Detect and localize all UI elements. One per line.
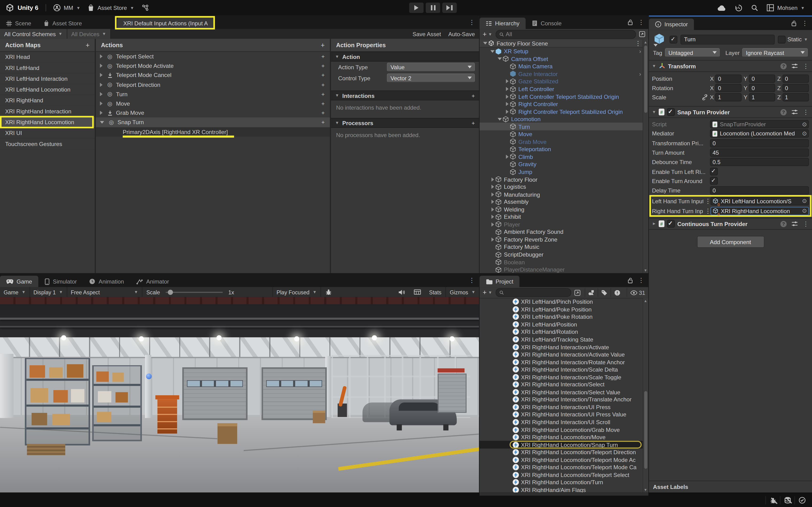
component-menu-icon[interactable]: ⋮: [803, 62, 809, 70]
maximize-search-icon[interactable]: [574, 289, 580, 295]
component-menu-icon[interactable]: ⋮: [803, 220, 809, 228]
property-checkbox[interactable]: [710, 168, 718, 175]
panel-menu-icon[interactable]: ⋮: [638, 18, 644, 26]
y-field[interactable]: 0: [749, 84, 775, 92]
tab-simulator[interactable]: Simulator: [38, 276, 83, 287]
debugger-disabled-icon[interactable]: [765, 496, 780, 504]
expand-arrow-icon[interactable]: [490, 50, 495, 53]
hierarchy-item[interactable]: Left Controller › ⋮: [479, 85, 649, 93]
add-binding-button[interactable]: +: [321, 63, 325, 69]
display-dropdown[interactable]: Display 1▼: [30, 287, 67, 297]
tab-project[interactable]: Project: [479, 276, 519, 287]
hierarchy-item[interactable]: Right Controller Teleport Stabilized Ori…: [479, 108, 649, 115]
hierarchy-item[interactable]: ScriptDebugger › ⋮: [479, 251, 649, 258]
hierarchy-item[interactable]: XR Setup › ⋮: [479, 48, 649, 55]
property-checkbox[interactable]: [710, 177, 718, 185]
lock-icon[interactable]: [627, 277, 633, 283]
project-asset-item[interactable]: XRI RightHand Interaction/Rotate Anchor: [479, 358, 643, 366]
asset-labels-section[interactable]: Asset Labels: [649, 481, 812, 493]
project-asset-item[interactable]: XRI RightHand Locomotion/Teleport Mode C…: [479, 463, 643, 471]
hierarchy-item[interactable]: Player › ⋮: [479, 221, 649, 228]
project-asset-item[interactable]: XRI LeftHand/Tracking State: [479, 336, 643, 343]
expand-arrow-icon[interactable]: [497, 118, 502, 120]
snap-turn-provider-header[interactable]: ▼ # Snap Turn Provider ? ⋮: [649, 106, 812, 118]
hierarchy-item[interactable]: Manufacturing › ⋮: [479, 190, 649, 198]
lock-icon[interactable]: [627, 19, 633, 25]
hierarchy-item[interactable]: Left Controller Teleport Stabilized Orig…: [479, 93, 649, 100]
action-map-item[interactable]: XRI Head: [0, 52, 95, 62]
z-field[interactable]: 0: [782, 74, 809, 82]
tab-xri-default-input-actions[interactable]: XRI Default Input Actions (Input A: [117, 17, 214, 29]
project-asset-item[interactable]: XRI RightHand Locomotion/Grab Move: [479, 426, 643, 434]
project-asset-item[interactable]: XRI RightHand Interaction/Select Value: [479, 388, 643, 396]
project-asset-item[interactable]: XRI LeftHand/Position: [479, 321, 643, 328]
hierarchy-item[interactable]: Right Controller › ⋮: [479, 100, 649, 108]
value-field[interactable]: 45: [710, 149, 809, 157]
object-field[interactable]: # SnapTurnProvider ⊙: [710, 120, 809, 128]
scrollbar-thumb[interactable]: [644, 46, 647, 113]
expand-arrow-icon[interactable]: [504, 94, 510, 99]
action-map-item[interactable]: XRI LeftHand Interaction: [0, 73, 95, 84]
gameobject-icon[interactable]: [653, 33, 666, 46]
action-item[interactable]: ◎ Teleport Select +: [96, 52, 330, 61]
action-item[interactable]: ◎ Snap Turn +: [96, 118, 330, 127]
project-asset-item[interactable]: XRI RightHand Locomotion/Move: [479, 434, 643, 441]
pause-button[interactable]: [426, 3, 441, 13]
object-field[interactable]: # Locomotion (Locomotion Med ⊙: [710, 129, 809, 138]
hierarchy-item[interactable]: PlayerDistanceManager › ⋮: [479, 266, 649, 273]
action-map-item[interactable]: XRI RightHand Interaction: [0, 106, 95, 117]
presets-icon[interactable]: [791, 109, 798, 115]
control-schemes-dropdown[interactable]: All Control Schemes ▼: [0, 29, 67, 39]
action-map-item[interactable]: XRI UI: [0, 128, 95, 138]
aspect-dropdown[interactable]: Free Aspect▼: [67, 287, 142, 297]
action-map-item[interactable]: Touchscreen Gestures: [0, 139, 95, 150]
scale-slider[interactable]: [166, 291, 222, 292]
view-mode-dropdown[interactable]: Game▼: [0, 287, 30, 297]
expand-arrow-icon[interactable]: [483, 42, 488, 45]
debug-bug-button[interactable]: [321, 289, 336, 295]
tab-animator[interactable]: Animator: [130, 276, 175, 287]
project-scrollbar[interactable]: ▲ ▼: [643, 298, 648, 493]
add-component-button[interactable]: Add Component: [697, 236, 764, 248]
add-binding-button[interactable]: +: [321, 81, 325, 88]
scroll-down-icon[interactable]: ▼: [644, 269, 647, 272]
foldout-arrow-icon[interactable]: ▼: [652, 64, 656, 68]
expand-arrow-icon[interactable]: [100, 111, 102, 115]
project-asset-item[interactable]: XRI LeftHand/Poke Position: [479, 305, 643, 313]
hierarchy-search-input[interactable]: All: [495, 30, 636, 39]
scrollbar-thumb[interactable]: [644, 391, 647, 469]
project-asset-item[interactable]: XRI LeftHand/Poke Rotation: [479, 313, 643, 321]
hierarchy-item[interactable]: Ambient Factory Sound › ⋮: [479, 228, 649, 236]
lock-icon[interactable]: [791, 20, 797, 26]
search-button[interactable]: [751, 4, 758, 11]
action-item[interactable]: ◎ Teleport Direction +: [96, 80, 330, 90]
prefab-chevron-icon[interactable]: ›: [639, 71, 641, 77]
scale-slider-knob[interactable]: [168, 289, 173, 294]
cloud-button[interactable]: [717, 4, 727, 11]
expand-arrow-icon[interactable]: [504, 102, 510, 106]
hierarchy-item[interactable]: Factory Music › ⋮: [479, 243, 649, 251]
tab-scene[interactable]: Scene: [0, 17, 37, 29]
x-field[interactable]: 1: [715, 93, 742, 101]
hierarchy-item[interactable]: Turn › ⋮: [479, 123, 649, 130]
action-item[interactable]: ◎ Turn +: [96, 90, 330, 99]
add-processor-button[interactable]: +: [471, 120, 475, 126]
tab-asset-store[interactable]: Asset Store: [37, 17, 88, 29]
static-checkbox[interactable]: [778, 36, 785, 43]
x-field[interactable]: 0: [715, 84, 742, 92]
expand-arrow-icon[interactable]: [490, 185, 495, 189]
presets-icon[interactable]: [791, 221, 798, 227]
game-viewport[interactable]: [0, 297, 479, 493]
all-good-check-icon[interactable]: [794, 496, 809, 504]
tab-hierarchy[interactable]: Hierarchy: [479, 17, 525, 29]
input-options-icon[interactable]: ⋮: [705, 198, 709, 205]
input-options-icon[interactable]: ⋮: [705, 208, 709, 215]
create-object-button[interactable]: +▼: [483, 30, 492, 38]
prefab-chevron-icon[interactable]: ›: [639, 48, 641, 54]
undo-history-button[interactable]: [735, 4, 743, 12]
control-type-dropdown[interactable]: Vector 2: [387, 73, 475, 82]
right-input-object-field[interactable]: XRI RightHand Locomotion ⊙: [711, 207, 809, 215]
hierarchy-item[interactable]: Camera Offset › ⋮: [479, 55, 649, 63]
action-map-item[interactable]: XRI LeftHand Locomotion: [0, 84, 95, 95]
hierarchy-item[interactable]: Welding › ⋮: [479, 206, 649, 213]
